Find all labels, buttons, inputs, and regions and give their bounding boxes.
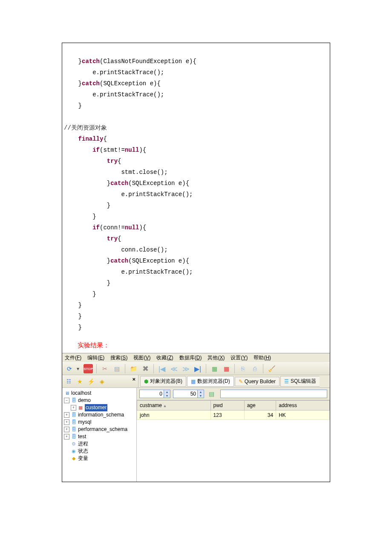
expand-icon[interactable]: +	[64, 412, 69, 418]
first-icon[interactable]: |◀	[157, 364, 167, 373]
process-icon: ⚙	[71, 441, 77, 447]
data-grid-panel: ▲▼ ▲▼ ▤ custname pwd age address john 12…	[137, 388, 330, 482]
cell-pwd[interactable]: 123	[210, 410, 244, 420]
tab-sql-editor[interactable]: ☰SQL编辑器	[280, 376, 320, 387]
delete-icon[interactable]: ✖	[141, 364, 150, 373]
tree-test[interactable]: test	[78, 433, 86, 440]
toolbar: ⟳ ▾ STOP ✂ ▤ 📁 ✖ |◀ ≪ ≫ ▶| ▦ ▦ ⎘ ⎙ 🧹	[62, 362, 330, 375]
tabbar: ⬢对象浏览器(B) ▦数据浏览器(D) ✎Query Builder ☰SQL编…	[138, 375, 330, 387]
filter-icon[interactable]: ▤	[207, 389, 216, 399]
doc-icon[interactable]: ▤	[112, 364, 121, 373]
last-icon[interactable]: ▶|	[193, 364, 202, 373]
menu-help[interactable]: 帮助(H)	[254, 354, 271, 361]
spin-down-icon[interactable]: ▼	[164, 394, 170, 398]
table-row[interactable]: john 123 34 HK	[137, 410, 330, 420]
expand-icon[interactable]: +	[64, 419, 69, 425]
add-icon[interactable]: ▦	[210, 364, 219, 373]
tree-infoschema[interactable]: information_schema	[78, 411, 124, 419]
code-block: }catch(ClassNotFoundException e){ e.prin…	[62, 56, 330, 333]
db-icon: 🗄	[71, 412, 77, 418]
var-icon: ◆	[71, 456, 77, 462]
tree-status[interactable]: 状态	[78, 448, 88, 455]
col-address[interactable]: address	[276, 401, 330, 410]
spin-up-icon[interactable]: ▲	[164, 390, 170, 394]
cell-address[interactable]: HK	[276, 410, 330, 420]
result-label: 实验结果：	[78, 341, 330, 350]
tree-perfschema[interactable]: performance_schema	[78, 426, 127, 433]
col-custname[interactable]: custname	[137, 401, 211, 410]
offset-input[interactable]	[140, 391, 164, 397]
tree-customer[interactable]: customer	[85, 404, 107, 411]
tab-object-browser[interactable]: ⬢对象浏览器(B)	[140, 376, 186, 387]
limit-spinner[interactable]: ▲▼	[173, 390, 204, 398]
expand-icon[interactable]: +	[64, 427, 69, 432]
tree-vars[interactable]: 变量	[78, 455, 88, 462]
star-icon[interactable]: ★	[75, 377, 84, 386]
tree-localhost[interactable]: localhost	[71, 390, 91, 397]
menu-fav[interactable]: 收藏(Z)	[156, 354, 173, 361]
tree-icon[interactable]: ☷	[64, 377, 73, 386]
cell-custname[interactable]: john	[137, 410, 211, 420]
refresh-icon[interactable]: ⟳	[65, 364, 74, 373]
close-icon[interactable]: ×	[132, 376, 135, 382]
stop-icon[interactable]: STOP	[84, 364, 93, 373]
tab-query-builder[interactable]: ✎Query Builder	[235, 377, 280, 386]
table-icon: ▦	[78, 405, 84, 411]
dropdown-icon[interactable]: ▾	[77, 366, 81, 372]
collapse-icon[interactable]: −	[64, 398, 69, 403]
menu-file[interactable]: 文件(F)	[65, 354, 81, 361]
menubar: 文件(F) 编辑(E) 搜索(S) 视图(V) 收藏(Z) 数据库(D) 其他(…	[62, 353, 330, 362]
status-icon: ◉	[71, 448, 77, 454]
spin-up-icon[interactable]: ▲	[198, 390, 204, 394]
tree-demo[interactable]: demo	[78, 397, 91, 404]
server-icon: 🖥	[64, 390, 70, 396]
expand-icon[interactable]: +	[64, 434, 69, 439]
remove-icon[interactable]: ▦	[222, 364, 231, 373]
col-pwd[interactable]: pwd	[210, 401, 244, 410]
paste-icon[interactable]: ⎙	[250, 364, 259, 373]
box-icon[interactable]: ◈	[97, 377, 107, 386]
tree-process[interactable]: 进程	[78, 440, 88, 448]
data-table[interactable]: custname pwd age address john 123 34 HK	[137, 400, 330, 420]
filter-field[interactable]	[220, 390, 327, 398]
limit-input[interactable]	[173, 391, 197, 397]
copy-icon[interactable]: ⎘	[238, 364, 248, 373]
folder-icon[interactable]: 📁	[129, 364, 138, 373]
clear-icon[interactable]: 🧹	[267, 364, 276, 373]
db-icon: 🗄	[71, 434, 77, 440]
prev-icon[interactable]: ≪	[169, 364, 179, 373]
menu-settings[interactable]: 设置(Y)	[231, 354, 248, 361]
col-age[interactable]: age	[244, 401, 276, 410]
db-tree[interactable]: 🖥localhost −🗄demo +▦customer +🗄informati…	[62, 388, 137, 482]
menu-search[interactable]: 搜索(S)	[110, 354, 127, 361]
menu-view[interactable]: 视图(V)	[133, 354, 150, 361]
menu-edit[interactable]: 编辑(E)	[87, 354, 104, 361]
menu-other[interactable]: 其他(X)	[208, 354, 225, 361]
cut-icon[interactable]: ✂	[100, 364, 110, 373]
db-icon: 🗄	[71, 419, 77, 425]
next-icon[interactable]: ≫	[181, 364, 190, 373]
expand-icon[interactable]: +	[71, 405, 76, 410]
menu-db[interactable]: 数据库(D)	[179, 354, 202, 361]
db-app: 文件(F) 编辑(E) 搜索(S) 视图(V) 收藏(Z) 数据库(D) 其他(…	[62, 353, 330, 482]
db-icon: 🗄	[71, 427, 77, 433]
offset-spinner[interactable]: ▲▼	[139, 390, 170, 398]
db-icon: 🗄	[71, 398, 77, 404]
track-icon[interactable]: ⚡	[86, 377, 95, 386]
spin-down-icon[interactable]: ▼	[198, 394, 204, 398]
cell-age[interactable]: 34	[244, 410, 276, 420]
left-toolbar: ☷ ★ ⚡ ◈ ×	[62, 375, 138, 387]
tree-mysql[interactable]: mysql	[78, 419, 91, 426]
tab-data-browser[interactable]: ▦数据浏览器(D)	[187, 376, 234, 387]
